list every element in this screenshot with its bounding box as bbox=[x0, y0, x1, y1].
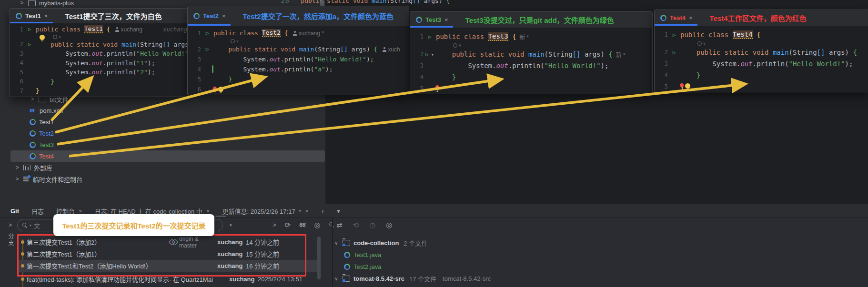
commit-row[interactable]: 第一次提交Test1和Test2（添加Hello World!）xuchang1… bbox=[17, 260, 317, 272]
commit-list: 第三次提交Test1（添加2）origin & masterxuchang14 … bbox=[17, 236, 317, 285]
annotation-text: Test3没提交过，只是git add，文件颜色为绿色 bbox=[465, 15, 614, 25]
code-line: 2▷ public static void main(String[] args… bbox=[10, 40, 188, 49]
code-token bbox=[290, 0, 301, 4]
editor-body[interactable]: 1▷public class Test2 {xuchang *∨2▷ publi… bbox=[188, 26, 409, 94]
code-token: ); bbox=[148, 69, 155, 76]
git-tab-1[interactable]: 日志 bbox=[31, 207, 44, 216]
tree-item-外部库[interactable]: >外部库 bbox=[10, 162, 325, 173]
commit-row[interactable]: feat(timed-tasks): 添加私信清理功能并优化时间显示- 在 Qu… bbox=[17, 273, 317, 285]
file-row-test2.java[interactable]: Test2.java bbox=[333, 261, 619, 273]
git-tab-5[interactable]: + bbox=[321, 208, 325, 215]
code-token bbox=[436, 50, 452, 58]
annotation-text: Test1提交了三次，文件为白色 bbox=[65, 11, 162, 21]
run-gutter[interactable]: ▷ bbox=[23, 41, 36, 48]
line-number: 2 bbox=[410, 51, 424, 58]
code-token: out bbox=[496, 62, 508, 69]
close-icon[interactable]: × bbox=[305, 208, 309, 215]
code-token: [] bbox=[573, 50, 581, 58]
chevron-down-icon: ▾ bbox=[429, 52, 434, 57]
match-branch-icon[interactable]: 66 bbox=[299, 222, 305, 228]
changed-files-tree: ∨code-collection2 个文件Test1.javaTest2.jav… bbox=[333, 237, 619, 285]
run-gutter[interactable]: ▷ bbox=[201, 46, 213, 52]
code-token: .println( bbox=[753, 60, 789, 68]
search-history-icon[interactable]: ▾ bbox=[230, 223, 232, 228]
git-tab-label: 日志 bbox=[31, 207, 44, 216]
code-token: (String bbox=[789, 49, 817, 56]
tree-item-test4[interactable]: Test4 bbox=[10, 150, 325, 162]
code-token: (String bbox=[314, 46, 340, 53]
editor-tab-bar: Test1×Test1提交了三次，文件为白色 bbox=[10, 9, 188, 24]
code-token: ); bbox=[366, 56, 374, 63]
expand-chevron-icon[interactable]: > bbox=[9, 222, 12, 228]
jump-to-source-icon[interactable]: ⇄ bbox=[336, 221, 343, 229]
change-marker bbox=[212, 65, 213, 73]
editor-window-test4: Test4×Test4工作区文件，颜色为红色1▷public class Tes… bbox=[654, 10, 868, 92]
line-number: 1 bbox=[410, 33, 424, 40]
tree-item-test2[interactable]: Test2 bbox=[10, 128, 325, 139]
file-row-test1.java[interactable]: Test1.java bbox=[333, 249, 619, 261]
chevron-down-icon: ∨ bbox=[703, 41, 706, 46]
run-gutter[interactable]: ▷ ▾ bbox=[424, 51, 436, 58]
file-row-tomcat-8.5.42-src[interactable]: ∨tomcat-8.5.42-src17 个文件tomcat-8.5.42-sr… bbox=[333, 273, 619, 285]
file-row-code-collection[interactable]: ∨code-collection2 个文件 bbox=[333, 237, 619, 249]
git-tab-label: ▾ bbox=[337, 208, 340, 215]
history-icon[interactable]: ◷ bbox=[369, 221, 375, 229]
editor-body[interactable]: 1▷public class Test4 {∨2▷ public static … bbox=[655, 26, 868, 92]
code-token: } bbox=[228, 76, 232, 83]
close-icon[interactable]: × bbox=[444, 16, 448, 23]
class-icon bbox=[30, 119, 36, 125]
tab-test2[interactable]: Test2× bbox=[188, 6, 231, 26]
editor-body[interactable]: 1▷public class Test1 {xuchangxuchang∨2▷ … bbox=[10, 24, 188, 96]
code-token: [] bbox=[340, 46, 348, 53]
bulb-icon[interactable] bbox=[40, 35, 45, 40]
tab-test4[interactable]: Test4× bbox=[655, 10, 697, 26]
close-icon[interactable]: × bbox=[79, 208, 82, 215]
code-token: ▷ bbox=[286, 0, 290, 4]
file-name: Test2.java bbox=[353, 263, 382, 270]
commit-row[interactable]: 第二次提交Test1（添加1）xuchang15 分钟之前 bbox=[17, 248, 317, 260]
chevron-down-icon[interactable]: ▾ bbox=[299, 208, 302, 213]
class-icon bbox=[16, 13, 22, 19]
commit-message: 第三次提交Test1（添加2） bbox=[27, 238, 170, 247]
preview-diff-icon[interactable]: ◎ bbox=[386, 221, 392, 229]
expand-arrow-icon[interactable]: > bbox=[273, 222, 276, 228]
code-token: xuch bbox=[388, 46, 400, 53]
code-token: [] bbox=[162, 41, 170, 48]
close-icon[interactable]: × bbox=[222, 12, 226, 20]
run-gutter[interactable]: ▷ bbox=[424, 34, 436, 40]
code-token bbox=[436, 73, 452, 81]
tree-item-mybatis-plus[interactable]: > mybatis-plus bbox=[19, 0, 74, 9]
refresh-icon[interactable]: ⟳ bbox=[285, 221, 291, 229]
bulb-icon[interactable] bbox=[218, 87, 223, 92]
run-gutter[interactable]: ▷ bbox=[201, 30, 213, 36]
run-gutter[interactable]: ▷ bbox=[668, 32, 680, 38]
commit-scrollbar[interactable] bbox=[317, 237, 321, 279]
code-token: [] bbox=[817, 49, 825, 56]
tree-item-test1[interactable]: Test1 bbox=[10, 116, 325, 128]
run-gutter[interactable]: ▷ bbox=[668, 49, 680, 56]
tree-item-pom.xml[interactable]: mpom.xml bbox=[10, 105, 325, 116]
commit-message: 第二次提交Test1（添加1） bbox=[27, 249, 170, 258]
tree-item-临时文件和控制台[interactable]: >临时文件和控制台 bbox=[10, 173, 325, 185]
close-icon[interactable]: × bbox=[44, 12, 48, 20]
commit-row[interactable]: 第三次提交Test1（添加2）origin & masterxuchang14 … bbox=[17, 236, 317, 248]
tab-test3[interactable]: Test3× bbox=[410, 12, 453, 28]
editor-body[interactable]: 1▷public class Test3 { 新 *∨2▷ ▾ public s… bbox=[410, 28, 652, 94]
gear-inlay-icon bbox=[231, 39, 235, 43]
ide-screenshot: > mybatis-plus >txt文件mpom.xmlTest1Test2T… bbox=[0, 0, 868, 287]
tab-test1[interactable]: Test1× bbox=[10, 9, 53, 23]
panel-divider[interactable] bbox=[332, 217, 333, 287]
close-icon[interactable]: × bbox=[206, 208, 210, 215]
branches-vertical-label[interactable]: 分支 bbox=[7, 233, 15, 247]
run-gutter[interactable]: ▷ bbox=[23, 26, 36, 32]
git-tab-4[interactable]: 更新信息: 2025/2/26 17:17▾× bbox=[222, 207, 308, 216]
rollback-icon[interactable]: ⟲ bbox=[353, 221, 359, 229]
git-tab-6[interactable]: ▾ bbox=[337, 208, 340, 215]
code-inlay-row: ∨ bbox=[410, 42, 652, 49]
close-icon[interactable]: × bbox=[689, 14, 693, 21]
eye-filter-icon[interactable]: ◎ bbox=[314, 221, 320, 229]
bulb-icon[interactable] bbox=[685, 83, 690, 89]
code-line: 3 System.out.println("Hello World!"); bbox=[655, 58, 868, 69]
tree-item-test3[interactable]: Test3 bbox=[10, 139, 325, 150]
code-line: 4 System.out.println("1"); bbox=[10, 59, 188, 68]
